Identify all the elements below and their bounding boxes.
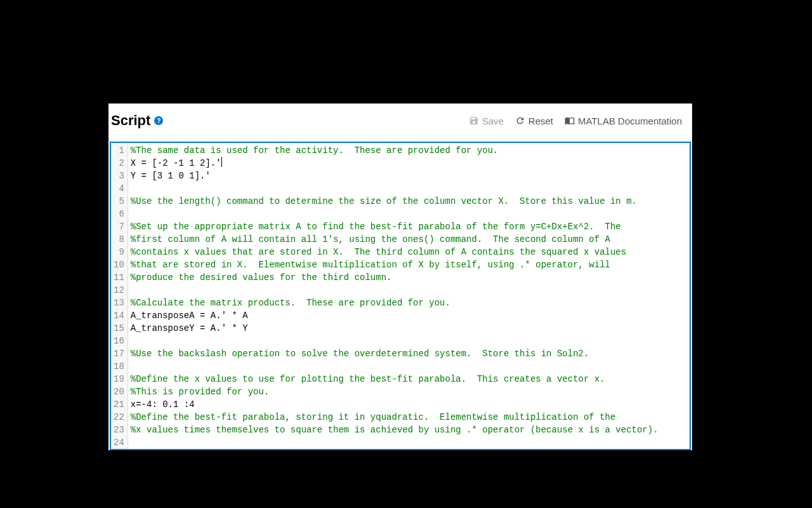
- panel-header: Script ? Save Reset MATLAB Documentati: [108, 104, 692, 134]
- line-number: 7: [114, 220, 124, 233]
- code-editor[interactable]: 123456789101112131415161718192021222324 …: [110, 142, 691, 450]
- line-number: 6: [114, 208, 124, 220]
- code-line[interactable]: [131, 360, 690, 373]
- line-number: 13: [114, 297, 124, 309]
- reset-label: Reset: [528, 116, 553, 126]
- code-line[interactable]: %x values times themselves to square the…: [131, 424, 690, 436]
- book-icon: [565, 116, 575, 126]
- line-number: 5: [114, 195, 124, 208]
- line-number: 3: [114, 170, 124, 182]
- code-line[interactable]: %contains x values that are stored in X.…: [131, 246, 690, 258]
- code-line[interactable]: %produce the desired values for the thir…: [131, 271, 690, 284]
- save-label: Save: [482, 116, 504, 126]
- line-number: 19: [114, 373, 124, 385]
- line-number: 16: [114, 335, 124, 347]
- line-number: 14: [114, 309, 124, 322]
- line-number: 8: [114, 233, 124, 246]
- help-icon[interactable]: ?: [154, 116, 163, 125]
- header-actions: Save Reset MATLAB Documentation: [469, 116, 682, 126]
- docs-button[interactable]: MATLAB Documentation: [565, 116, 682, 126]
- code-area[interactable]: %The same data is used for the activity.…: [128, 143, 690, 449]
- code-line[interactable]: %Use the backslash operation to solve th…: [131, 347, 690, 360]
- code-line[interactable]: %This is provided for you.: [131, 385, 690, 398]
- line-number-gutter: 123456789101112131415161718192021222324: [111, 143, 128, 449]
- line-number: 24: [114, 436, 124, 449]
- line-number: 17: [114, 347, 124, 360]
- code-line[interactable]: %Define the x values to use for plotting…: [131, 373, 690, 385]
- code-line[interactable]: %first column of A will contain all 1's,…: [131, 233, 690, 246]
- reset-icon: [515, 116, 525, 126]
- code-line[interactable]: %Calculate the matrix products. These ar…: [131, 297, 690, 309]
- line-number: 10: [114, 258, 124, 271]
- script-panel: Script ? Save Reset MATLAB Documentati: [108, 104, 692, 450]
- save-button[interactable]: Save: [469, 116, 504, 126]
- code-line[interactable]: [131, 436, 690, 449]
- panel-title: Script: [111, 112, 150, 129]
- line-number: 18: [114, 360, 124, 373]
- line-number: 20: [114, 385, 124, 398]
- line-number: 9: [114, 246, 124, 258]
- line-number: 2: [114, 157, 124, 170]
- line-number: 23: [114, 424, 124, 436]
- code-line[interactable]: [131, 208, 690, 220]
- line-number: 1: [114, 144, 124, 157]
- code-line[interactable]: X = [-2 -1 1 2].': [131, 157, 690, 170]
- docs-label: MATLAB Documentation: [578, 116, 682, 126]
- line-number: 21: [114, 398, 124, 411]
- line-number: 12: [114, 284, 124, 297]
- code-line[interactable]: [131, 335, 690, 347]
- code-line[interactable]: %Use the length() command to determine t…: [131, 195, 690, 208]
- line-number: 11: [114, 271, 124, 284]
- line-number: 4: [114, 182, 124, 195]
- code-line[interactable]: A_transposeA = A.' * A: [131, 309, 690, 322]
- save-icon: [469, 116, 479, 126]
- code-line[interactable]: x=-4: 0.1 :4: [131, 398, 690, 411]
- code-line[interactable]: [131, 182, 690, 195]
- code-line[interactable]: A_transposeY = A.' * Y: [131, 322, 690, 335]
- code-line[interactable]: %Define the best-fit parabola, storing i…: [131, 411, 690, 424]
- code-line[interactable]: [131, 284, 690, 297]
- line-number: 22: [114, 411, 124, 424]
- code-line[interactable]: %Set up the appropriate matrix A to find…: [131, 220, 690, 233]
- code-line[interactable]: Y = [3 1 0 1].': [131, 170, 690, 182]
- code-line[interactable]: %The same data is used for the activity.…: [131, 144, 690, 157]
- code-line[interactable]: %that are stored in X. Elementwise multi…: [131, 258, 690, 271]
- reset-button[interactable]: Reset: [515, 116, 553, 126]
- line-number: 15: [114, 322, 124, 335]
- header-left: Script ?: [111, 112, 163, 129]
- text-cursor: [221, 157, 222, 167]
